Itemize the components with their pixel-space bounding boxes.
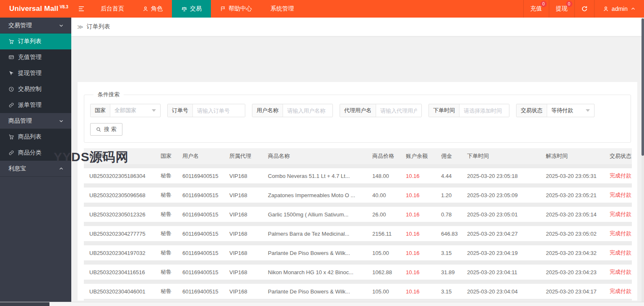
cell-agent: VIP168 bbox=[224, 243, 262, 262]
refresh-button[interactable] bbox=[575, 0, 594, 18]
table-row: UB2503202304116516秘鲁601169400515VIP168Ni… bbox=[84, 262, 632, 282]
cell-order_time: 2025-03-20 23:04:19 bbox=[462, 243, 540, 262]
cursor-icon bbox=[8, 70, 14, 76]
user-menu[interactable]: admin bbox=[595, 0, 644, 18]
sidebar-group-2[interactable]: 商品管理 bbox=[0, 113, 71, 129]
search-field-select[interactable]: 全部国家 bbox=[110, 104, 160, 117]
cell-balance: 10.16 bbox=[400, 282, 436, 301]
cell-agent: VIP168 bbox=[224, 262, 262, 282]
nav-item-5[interactable]: 系统管理 bbox=[261, 0, 303, 18]
chevron-up-icon bbox=[59, 166, 64, 171]
nav-item-2[interactable]: 角色 bbox=[133, 0, 172, 18]
notification-badge: 0 bbox=[540, 1, 547, 7]
cell-status: 完成付款 bbox=[604, 185, 632, 205]
sidebar-item-1-5[interactable]: 派单管理 bbox=[0, 97, 71, 113]
select-value: 全部国家 bbox=[114, 107, 136, 114]
cell-unfreeze_time: 2025-03-20 23:05:21 bbox=[540, 185, 604, 205]
cell-country: 秘鲁 bbox=[155, 224, 177, 243]
horizontal-scrollbar[interactable] bbox=[0, 302, 644, 306]
flag-icon bbox=[220, 6, 226, 12]
cell-status: 完成付款 bbox=[604, 205, 632, 224]
vertical-scrollbar-thumb[interactable] bbox=[641, 18, 644, 156]
search-field-select[interactable]: 等待付款 bbox=[547, 104, 594, 117]
sidebar-group-1[interactable]: 交易管理 bbox=[0, 18, 71, 33]
column-header-username: 用户名 bbox=[177, 148, 224, 166]
nav-item-label: 交易 bbox=[190, 5, 202, 13]
cell-username: 601169400515 bbox=[177, 166, 224, 185]
cell-commission: 3.15 bbox=[436, 243, 462, 262]
nav-item-4[interactable]: 帮助中心 bbox=[211, 0, 261, 18]
nav-item-1[interactable]: 后台首页 bbox=[91, 0, 133, 18]
topbar: Universal Mall V8.3 后台首页角色交易帮助中心系统管理 充值0… bbox=[0, 0, 644, 18]
search-field-row: 国家全部国家订单号用户名称代理用户名下单时间交易状态等待付款 bbox=[90, 104, 625, 117]
sidebar-item-1-1[interactable]: 订单列表 bbox=[0, 33, 71, 49]
app-logo[interactable]: Universal Mall V8.3 bbox=[0, 0, 71, 18]
cell-product: Nikon Monarch HG 10 x 42 Binoc... bbox=[262, 262, 367, 282]
select-caret-icon bbox=[586, 109, 590, 112]
user-name: admin bbox=[612, 5, 628, 12]
sidebar-item-1-3[interactable]: 提现管理 bbox=[0, 65, 71, 81]
recharge-button[interactable]: 充值0 bbox=[524, 0, 549, 18]
sidebar-item-2-2[interactable]: 商品分类 bbox=[0, 145, 71, 161]
cell-status: 完成付款 bbox=[604, 282, 632, 301]
cell-username: 601169400515 bbox=[177, 282, 224, 301]
cell-country: 秘鲁 bbox=[155, 243, 177, 262]
cell-product: Palmers Barra de Tez Medicinal... bbox=[262, 224, 367, 243]
sidebar-item-2-1[interactable]: 商品列表 bbox=[0, 129, 71, 145]
sidebar-item-label: 派单管理 bbox=[18, 101, 42, 109]
column-header-product: 商品名称 bbox=[262, 148, 367, 166]
cell-username: 601169400515 bbox=[177, 243, 224, 262]
cell-order_no: UB2503202304197032 bbox=[84, 243, 155, 262]
search-field-3: 用户名称 bbox=[252, 104, 333, 117]
search-field-label: 订单号 bbox=[168, 104, 193, 117]
search-field-input[interactable] bbox=[460, 104, 509, 117]
sidebar-group-3[interactable]: 利息宝 bbox=[0, 161, 71, 177]
card-icon bbox=[8, 54, 14, 60]
horizontal-scrollbar-thumb[interactable] bbox=[0, 302, 49, 306]
sidebar: 交易管理订单列表充值管理提现管理交易控制派单管理商品管理商品列表商品分类利息宝 bbox=[0, 18, 71, 302]
cell-username: 601169400515 bbox=[177, 205, 224, 224]
scales-icon bbox=[181, 6, 187, 12]
search-icon bbox=[96, 127, 101, 132]
cell-commission: 31.89 bbox=[436, 262, 462, 282]
cell-commission: 4.44 bbox=[436, 166, 462, 185]
cell-commission: 0.78 bbox=[436, 205, 462, 224]
cell-country: 秘鲁 bbox=[155, 166, 177, 185]
cell-price: 40.00 bbox=[367, 185, 400, 205]
cell-agent: VIP168 bbox=[224, 166, 262, 185]
sidebar-item-label: 提现管理 bbox=[18, 69, 42, 77]
withdraw-button[interactable]: 提现0 bbox=[549, 0, 574, 18]
nav-item-3[interactable]: 交易 bbox=[172, 0, 211, 18]
cell-product: Combo Neveras 51.1 Lt + 4.7 Lt... bbox=[262, 166, 367, 185]
cell-order_time: 2025-03-20 23:05:18 bbox=[462, 166, 540, 185]
vertical-scrollbar[interactable] bbox=[641, 18, 644, 302]
nav-item-label: 后台首页 bbox=[101, 5, 124, 13]
search-field-1: 国家全部国家 bbox=[90, 104, 161, 117]
chevron-down-icon bbox=[59, 118, 64, 123]
cell-status: 完成付款 bbox=[604, 262, 632, 282]
cell-country: 秘鲁 bbox=[155, 282, 177, 301]
search-field-input[interactable] bbox=[193, 104, 245, 117]
cell-product: Garlic 1500mg ( Allium Sativum... bbox=[262, 205, 367, 224]
cell-order_time: 2025-03-20 23:04:11 bbox=[462, 262, 540, 282]
action-label: 提现 bbox=[556, 5, 568, 13]
table-row: UB2503202305096568秘鲁601169400515VIP168Za… bbox=[84, 185, 632, 205]
search-field-input[interactable] bbox=[283, 104, 332, 117]
cell-order_no: UB2503202305012326 bbox=[84, 205, 155, 224]
chevron-down-icon bbox=[59, 23, 64, 28]
cell-price: 26.00 bbox=[367, 205, 400, 224]
cell-country: 秘鲁 bbox=[155, 262, 177, 282]
cell-unfreeze_time: 2025-03-20 23:05:14 bbox=[540, 205, 604, 224]
user-icon bbox=[143, 6, 148, 12]
sidebar-toggle-button[interactable] bbox=[71, 0, 91, 18]
cell-unfreeze_time: 2025-03-20 23:05:31 bbox=[540, 166, 604, 185]
orders-table: 订单号国家用户名所属代理商品名称商品价格账户余额佣金下单时间解冻时间交易状态 U… bbox=[84, 148, 632, 301]
search-field-5: 下单时间 bbox=[428, 104, 509, 117]
sidebar-item-1-2[interactable]: 充值管理 bbox=[0, 49, 71, 65]
sidebar-item-1-4[interactable]: 交易控制 bbox=[0, 81, 71, 97]
cell-order_time: 2025-03-20 23:05:09 bbox=[462, 185, 540, 205]
search-field-label: 下单时间 bbox=[429, 104, 460, 117]
search-field-input[interactable] bbox=[376, 104, 421, 117]
search-button[interactable]: 搜 索 bbox=[90, 123, 122, 136]
brand-name: Universal Mall bbox=[9, 5, 58, 13]
